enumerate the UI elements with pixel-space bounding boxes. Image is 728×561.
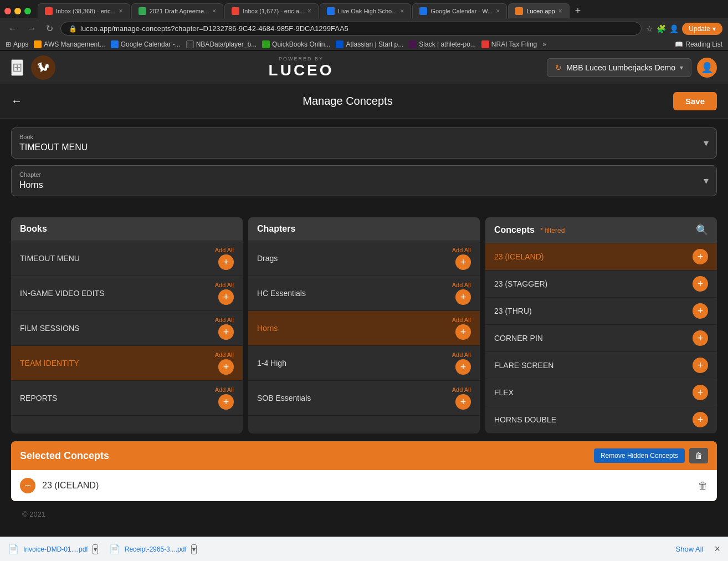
concept-item-4[interactable]: CORNER PIN + <box>485 325 717 352</box>
app-logo: POWERED BY LUCEO <box>55 56 547 79</box>
book-item-4-add-all[interactable]: Add All <box>215 351 234 358</box>
user-avatar-button[interactable]: 👤 <box>697 58 717 78</box>
extensions-button[interactable]: 🧩 <box>657 24 666 33</box>
concepts-title: Concepts <box>494 225 535 234</box>
browser-tab-1[interactable]: Inbox (38,368) - eric... × <box>38 3 130 18</box>
bookmark-nrai-label: NRAI Tax Filing <box>491 40 537 48</box>
app-grid-button[interactable]: ⊞ <box>11 59 23 76</box>
chapter-item-5[interactable]: SOB Essentials Add All + <box>248 381 480 416</box>
book-item-1-add-btn[interactable]: + <box>218 254 234 270</box>
chapter-item-2[interactable]: HC Essentials Add All + <box>248 276 480 311</box>
concept-item-5-add-btn[interactable]: + <box>693 358 708 373</box>
forward-nav-button[interactable]: → <box>24 23 39 35</box>
book-field[interactable]: Book TIMEOUT MENU ▾ <box>11 128 717 159</box>
concept-item-2-add-btn[interactable]: + <box>693 276 708 292</box>
concept-item-6[interactable]: FLEX + <box>485 379 717 406</box>
mascot-logo: 🐿 <box>31 55 55 80</box>
remove-hidden-button[interactable]: Remove Hidden Concepts <box>594 448 685 463</box>
chapter-item-4[interactable]: 1-4 High Add All + <box>248 346 480 381</box>
book-item-3[interactable]: FILM SESSIONS Add All + <box>11 311 243 346</box>
book-item-1-add-all[interactable]: Add All <box>215 247 234 253</box>
concepts-search-button[interactable]: 🔍 <box>696 224 708 236</box>
book-item-5-add-all[interactable]: Add All <box>215 386 234 393</box>
download-bar-close-button[interactable]: × <box>714 543 720 555</box>
concept-item-4-add-btn[interactable]: + <box>693 330 708 346</box>
chapter-item-2-add-all[interactable]: Add All <box>452 282 471 288</box>
back-button[interactable]: ← <box>11 95 22 108</box>
chapter-item-1-add-btn[interactable]: + <box>455 254 471 270</box>
tab-close-1[interactable]: × <box>119 7 123 15</box>
concept-item-7-add-btn[interactable]: + <box>693 412 708 427</box>
tab-close-5[interactable]: × <box>496 7 500 15</box>
concept-item-5[interactable]: FLARE SCREEN + <box>485 352 717 379</box>
tab-close-2[interactable]: × <box>212 7 216 15</box>
reading-list-btn[interactable]: 📖 Reading List <box>675 40 722 48</box>
bookmark-nba[interactable]: NBAData/player_b... <box>186 40 257 48</box>
book-item-4[interactable]: TEAM IDENTITY Add All + <box>11 346 243 381</box>
bookmark-aws[interactable]: AWS Management... <box>34 40 105 48</box>
selected-item-1-minus-btn[interactable]: − <box>20 478 35 493</box>
book-item-5-add-btn[interactable]: + <box>218 394 234 410</box>
chapter-item-5-add-btn[interactable]: + <box>455 394 471 410</box>
chapter-item-2-add-btn[interactable]: + <box>455 289 471 305</box>
tab-close-3[interactable]: × <box>307 7 311 15</box>
bookmark-gcal[interactable]: Google Calendar -... <box>111 40 181 48</box>
save-button[interactable]: Save <box>673 92 717 110</box>
reload-nav-button[interactable]: ↻ <box>43 22 56 35</box>
browser-tab-2[interactable]: 2021 Draft Agreeme... × <box>131 3 224 18</box>
chapter-item-5-add-all[interactable]: Add All <box>452 386 471 393</box>
browser-tab-5[interactable]: Google Calendar - W... × <box>412 3 507 18</box>
window-minimize-btn[interactable] <box>14 8 21 14</box>
book-item-3-add-btn[interactable]: + <box>218 324 234 340</box>
bookmark-star-button[interactable]: ☆ <box>646 24 653 33</box>
chapter-item-3-add-btn[interactable]: + <box>455 324 471 340</box>
book-item-2-add-btn[interactable]: + <box>218 289 234 305</box>
bookmark-slack[interactable]: Slack | athlete-po... <box>409 40 476 48</box>
concept-item-3-add-btn[interactable]: + <box>693 303 708 319</box>
show-all-button[interactable]: Show All <box>676 545 704 553</box>
browser-tab-3[interactable]: Inbox (1,677) - eric.a... × <box>224 3 319 18</box>
bookmark-atlassian[interactable]: Atlassian | Start p... <box>336 40 403 48</box>
chapter-item-2-actions: Add All + <box>452 282 471 305</box>
concept-item-3[interactable]: 23 (THRU) + <box>485 298 717 325</box>
selected-item-1-trash-btn[interactable]: 🗑 <box>698 480 708 492</box>
tab-close-6[interactable]: × <box>558 7 562 15</box>
bookmark-apps[interactable]: ⊞ Apps <box>6 40 28 48</box>
concept-item-7[interactable]: HORNS DOUBLE + <box>485 406 717 434</box>
bookmark-nrai[interactable]: NRAI Tax Filing <box>481 40 537 48</box>
tab-close-4[interactable]: × <box>400 7 404 15</box>
concept-item-2[interactable]: 23 (STAGGER) + <box>485 271 717 298</box>
book-item-2-add-all[interactable]: Add All <box>215 282 234 288</box>
book-item-2[interactable]: IN-GAME VIDEO EDITS Add All + <box>11 276 243 311</box>
chapter-field[interactable]: Chapter Horns ▾ <box>11 165 717 196</box>
chapter-item-3-add-all[interactable]: Add All <box>452 317 471 323</box>
bookmark-qb[interactable]: QuickBooks Onlin... <box>262 40 330 48</box>
new-tab-button[interactable]: + <box>571 5 586 17</box>
nrai-favicon <box>481 40 489 48</box>
browser-tab-6[interactable]: Luceo.app × <box>508 3 569 18</box>
download-item-2-chevron[interactable]: ▾ <box>191 544 197 554</box>
back-nav-button[interactable]: ← <box>6 23 20 35</box>
chapter-item-3[interactable]: Horns Add All + <box>248 311 480 346</box>
update-button[interactable]: Update ▾ <box>682 23 722 35</box>
chapter-item-1[interactable]: Drags Add All + <box>248 241 480 276</box>
bookmarks-more[interactable]: » <box>542 40 546 48</box>
download-item-1-chevron[interactable]: ▾ <box>93 544 98 554</box>
book-item-5[interactable]: REPORTS Add All + <box>11 381 243 416</box>
browser-tab-4[interactable]: Live Oak High Scho... × <box>320 3 411 18</box>
window-close-btn[interactable] <box>4 8 11 14</box>
team-selector[interactable]: ↻ MBB Luceo Lumberjacks Demo ▾ <box>547 58 691 77</box>
chapter-item-4-add-btn[interactable]: + <box>455 359 471 375</box>
window-maximize-btn[interactable] <box>24 8 31 14</box>
chapter-item-1-add-all[interactable]: Add All <box>452 247 471 253</box>
book-item-3-add-all[interactable]: Add All <box>215 317 234 323</box>
concept-item-1-add-btn[interactable]: + <box>693 249 708 264</box>
address-bar[interactable]: 🔒 luceo.app/manage-concepts?chapter=D123… <box>60 22 642 35</box>
book-item-1[interactable]: TIMEOUT MENU Add All + <box>11 241 243 276</box>
book-item-4-add-btn[interactable]: + <box>218 359 234 375</box>
profile-button[interactable]: 👤 <box>669 24 679 33</box>
concept-item-6-add-btn[interactable]: + <box>693 385 708 400</box>
concept-item-1[interactable]: 23 (ICELAND) + <box>485 243 717 271</box>
chapter-item-4-add-all[interactable]: Add All <box>452 351 471 358</box>
delete-all-button[interactable]: 🗑 <box>689 448 708 463</box>
